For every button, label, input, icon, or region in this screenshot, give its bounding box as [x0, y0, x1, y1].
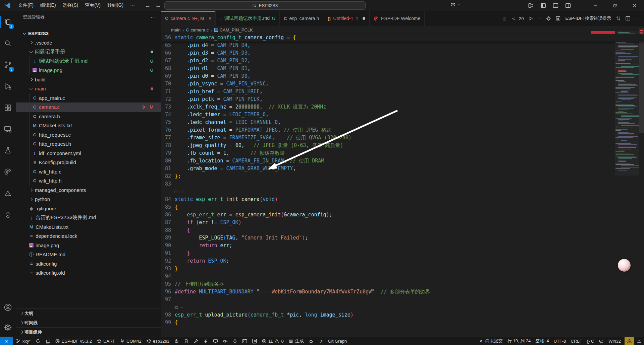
- minimize-button[interactable]: [586, 0, 605, 11]
- tree-item[interactable]: managed_components: [16, 186, 161, 195]
- forward-arrow-icon[interactable]: →: [155, 2, 161, 9]
- avatar[interactable]: [618, 259, 631, 272]
- tree-item[interactable]: image.pngU: [16, 66, 161, 75]
- activitybar-explorer[interactable]: 2: [0, 11, 16, 32]
- status-item[interactable]: CRLF: [569, 337, 585, 345]
- status-item[interactable]: [240, 337, 250, 345]
- status-item[interactable]: [181, 337, 191, 345]
- compare-icon[interactable]: [615, 16, 621, 21]
- status-item[interactable]: [191, 337, 201, 345]
- run-task-label[interactable]: <-- 20: [512, 16, 524, 21]
- status-item[interactable]: [172, 337, 181, 345]
- activitybar-account[interactable]: [0, 296, 16, 318]
- status-item[interactable]: [634, 337, 644, 345]
- tab-ESP-IDF Welcome[interactable]: ESP-IDF Welcome: [370, 11, 425, 26]
- tree-item[interactable]: Ccamera.h: [16, 112, 161, 121]
- tree-item[interactable]: ↓合宙的ESP32S3硬件图.md: [16, 213, 161, 222]
- more-actions-button[interactable]: ···: [635, 16, 639, 21]
- status-item[interactable]: [596, 337, 606, 345]
- tree-item[interactable]: Ccamera.c9+, M: [16, 102, 161, 112]
- tree-item[interactable]: build: [16, 75, 161, 84]
- tree-item[interactable]: !idf_component.yml: [16, 149, 161, 158]
- settings-gear-icon[interactable]: [546, 16, 551, 21]
- activitybar-source-control[interactable]: 3: [0, 54, 16, 75]
- sidebar-section-项目组件[interactable]: 项目组件: [16, 327, 161, 337]
- status-item[interactable]: 空格: 4: [533, 337, 551, 345]
- tree-item[interactable]: Chttp_request.h: [16, 139, 161, 149]
- menu-overflow[interactable]: ···: [127, 0, 138, 11]
- tree-item[interactable]: 问题记录手册: [16, 47, 161, 57]
- tree-item[interactable]: ◆.gitignore: [16, 204, 161, 213]
- tree-item[interactable]: ≡Kconfig.projbuild: [16, 158, 161, 167]
- status-item[interactable]: [211, 337, 220, 345]
- tab-调试问题记录手册.md[interactable]: ↓调试问题记录手册.mdU: [216, 11, 280, 26]
- tree-item[interactable]: ≡sdkconfig.old: [16, 268, 161, 278]
- activitybar-run-debug[interactable]: [0, 75, 16, 97]
- menu-view[interactable]: 查看(V): [82, 0, 104, 11]
- close-tab-icon[interactable]: ×: [208, 15, 211, 21]
- vertical-scrollbar[interactable]: [639, 28, 644, 133]
- sidebar-section-大纲[interactable]: 大纲: [16, 308, 161, 318]
- code-area[interactable]: 56static camera_config_t camera_config =…: [161, 34, 644, 337]
- toggle-panel-icon[interactable]: [553, 3, 558, 8]
- tree-item[interactable]: iREADME.md: [16, 250, 161, 259]
- status-item[interactable]: [0, 337, 13, 345]
- split-editor-icon[interactable]: [625, 16, 631, 21]
- status-item[interactable]: Win32: [606, 337, 623, 345]
- breadcrumb-symbol[interactable]: CAM_PIN_PCLK: [214, 27, 253, 32]
- command-center-search[interactable]: ESP32S3: [164, 1, 366, 10]
- activitybar-search[interactable]: [0, 32, 16, 54]
- tree-item[interactable]: MCMakeLists.txt: [16, 121, 161, 130]
- sidebar-section-时间线[interactable]: 时间线: [16, 318, 161, 327]
- sticky-scroll-line[interactable]: 56static camera_config_t camera_config =…: [161, 34, 644, 42]
- tree-item[interactable]: .vscode: [16, 38, 161, 48]
- menu-edit[interactable]: 编辑(E): [37, 0, 59, 11]
- tab-esp_camera.h[interactable]: Cesp_camera.h: [280, 11, 323, 26]
- tree-item[interactable]: MCMakeLists.txt: [16, 222, 161, 232]
- status-item[interactable]: [230, 337, 240, 345]
- tree-item[interactable]: ≡dependencies.lock: [16, 231, 161, 241]
- run-file-icon[interactable]: [528, 16, 533, 21]
- tree-item[interactable]: Capp_main.c: [16, 93, 161, 103]
- status-item[interactable]: Git Graph: [326, 337, 349, 345]
- explorer-actions-button[interactable]: ···: [151, 15, 156, 20]
- activitybar-testing[interactable]: [0, 140, 16, 161]
- menu-selection[interactable]: 选择(S): [59, 0, 82, 11]
- tree-item[interactable]: ↓调试问题记录手册.mdU: [16, 57, 161, 66]
- tab-Untitled-1[interactable]: {}Untitled-11: [323, 11, 370, 26]
- flash-download-icon[interactable]: [555, 16, 561, 21]
- status-item[interactable]: UART: [94, 337, 117, 345]
- activitybar-knot[interactable]: [0, 204, 16, 225]
- menu-goto[interactable]: 转到(G): [104, 0, 127, 11]
- tree-item[interactable]: ≡sdkconfig: [16, 259, 161, 269]
- toggle-secondary-sidebar-icon[interactable]: [565, 3, 571, 8]
- status-item[interactable]: xxy*: [13, 337, 33, 345]
- tab-camera.c[interactable]: Ccamera.c9+, M×: [161, 11, 216, 26]
- close-button[interactable]: [625, 0, 644, 11]
- tree-item[interactable]: ESP32S3: [16, 29, 161, 38]
- status-item[interactable]: [43, 337, 53, 345]
- status-item[interactable]: [201, 337, 211, 345]
- customize-layout-icon[interactable]: [528, 3, 534, 8]
- restore-button[interactable]: [605, 0, 625, 11]
- task-list-icon[interactable]: [502, 16, 508, 21]
- activitybar-espressif[interactable]: [0, 161, 16, 183]
- status-item[interactable]: [250, 337, 259, 345]
- status-item[interactable]: ESP-IDF v5.3.2: [53, 337, 94, 345]
- status-item[interactable]: 行 19, 列 24: [505, 337, 533, 345]
- status-item[interactable]: [625, 337, 634, 345]
- tree-item[interactable]: Cwifi_http.h: [16, 176, 161, 186]
- activitybar-extensions[interactable]: [0, 97, 16, 118]
- status-item[interactable]: esp32s3: [144, 337, 172, 345]
- status-item[interactable]: 尚未提交: [476, 337, 505, 345]
- tree-item[interactable]: main: [16, 84, 161, 93]
- breadcrumb-file[interactable]: Ccamera.c: [186, 27, 209, 32]
- status-item[interactable]: [316, 337, 326, 345]
- status-item[interactable]: [306, 337, 316, 345]
- status-item[interactable]: 110: [259, 337, 286, 345]
- back-arrow-icon[interactable]: ←: [145, 2, 151, 9]
- run-dropdown-icon[interactable]: [538, 16, 541, 21]
- activitybar-remote-explorer[interactable]: [0, 118, 16, 140]
- activitybar-tools[interactable]: [0, 183, 16, 204]
- tree-item[interactable]: Chttp_request.c: [16, 130, 161, 140]
